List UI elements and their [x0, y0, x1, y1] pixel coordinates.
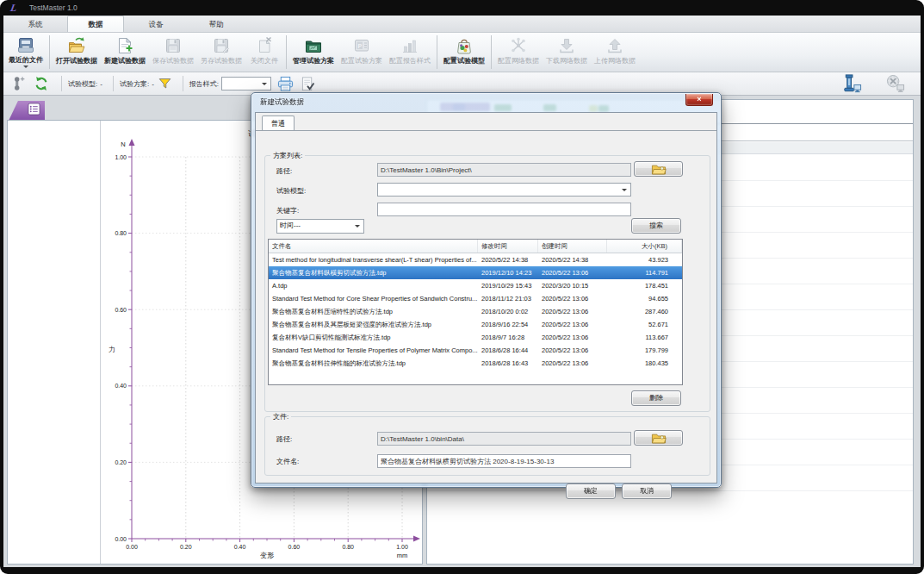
table-row[interactable]: 复合材料V缺口剪切性能测试标准方法.tdp2018/9/7 16:282020/… — [269, 331, 682, 344]
keyword-input[interactable] — [377, 203, 631, 216]
dialog-title[interactable]: 新建试验数据 — [260, 97, 304, 108]
new-data-button[interactable]: 新建试验数据 — [101, 34, 149, 71]
created-time-cell: 2020/5/22 13:06 — [538, 331, 607, 344]
offline-status-icon[interactable] — [884, 74, 907, 94]
created-time-cell: 2020/3/20 10:15 — [538, 279, 607, 292]
modified-time-cell: 2018/10/20 0:02 — [478, 305, 538, 318]
modified-time-cell: 2018/9/16 22:54 — [478, 318, 538, 331]
plan-file-table: 文件名修改时间创建时间大小(KB)Test method for longitu… — [268, 239, 683, 385]
table-column-header[interactable]: 文件名 — [269, 240, 478, 253]
app-window: L TestMaster 1.0 系统 数据 设备 帮助 最近的文件打开试验数据… — [0, 0, 924, 574]
menu-tab-help[interactable]: 帮助 — [188, 16, 245, 32]
configure-plan-icon: P — [352, 35, 371, 55]
app-logo-icon: L — [9, 2, 18, 15]
title-bar[interactable]: L TestMaster 1.0 — [3, 0, 921, 16]
svg-text:0.40: 0.40 — [234, 544, 246, 550]
recent-files-button[interactable]: 最近的文件 — [5, 34, 47, 71]
ribbon-button-label: 最近的文件 — [9, 55, 43, 65]
filter-funnel-icon[interactable] — [158, 78, 171, 90]
open-data-icon — [67, 35, 86, 55]
test-plan-value: - — [152, 80, 154, 88]
file-name-cell: 聚合物基复合材料压缩特性的试验方法.tdp — [269, 305, 478, 318]
close-file-icon — [255, 35, 274, 55]
time-filter-select[interactable]: 时间--- — [276, 219, 364, 234]
report-check-icon[interactable] — [300, 76, 316, 92]
svg-text:变形: 变形 — [260, 552, 274, 559]
dialog-tab-general[interactable]: 普通 — [262, 115, 295, 131]
modified-time-cell: 2018/11/12 21:03 — [478, 292, 538, 305]
toolbar-separator — [61, 76, 62, 91]
modified-time-cell: 2018/9/7 16:28 — [478, 331, 538, 344]
table-header-row: 文件名修改时间创建时间大小(KB) — [269, 240, 682, 253]
table-row[interactable]: 聚合物基复合材料纵横剪切试验方法.tdp2019/12/10 14:232020… — [269, 266, 682, 279]
table-column-header[interactable]: 修改时间 — [478, 240, 538, 253]
plan-path-browse-button[interactable] — [634, 161, 683, 177]
folder-browse-icon — [651, 434, 667, 441]
manage-plan-icon — [304, 35, 323, 55]
ribbon-button-label: 打开试验数据 — [56, 56, 97, 66]
machine-status-icon[interactable] — [840, 73, 864, 95]
plan-path-input[interactable] — [377, 163, 631, 177]
ribbon-separator — [491, 35, 492, 69]
menu-tab-system[interactable]: 系统 — [7, 16, 64, 32]
svg-text:1.00: 1.00 — [115, 154, 127, 160]
table-column-header[interactable]: 创建时间 — [538, 240, 607, 253]
table-row[interactable]: 聚合物基复合材料压缩特性的试验方法.tdp2018/10/20 0:022020… — [269, 305, 682, 318]
dialog-close-button[interactable]: × — [685, 94, 713, 106]
report-style-select[interactable] — [221, 77, 271, 90]
ribbon-button-label: 保存试验数据 — [152, 56, 194, 66]
manage-plan-button[interactable]: 管理试验方案 — [289, 34, 338, 71]
open-data-button[interactable]: 打开试验数据 — [53, 34, 101, 71]
table-row[interactable]: Standard Test Method for Tensile Propert… — [269, 344, 682, 357]
size-cell: 43.923 — [607, 253, 682, 266]
panel-divider[interactable] — [100, 121, 101, 564]
created-time-cell: 2020/5/22 13:06 — [538, 266, 607, 279]
save-data-button: 保存试验数据 — [149, 34, 197, 71]
search-button[interactable]: 搜索 — [631, 218, 681, 234]
plan-model-select[interactable] — [377, 183, 631, 197]
cancel-button[interactable]: 取消 — [622, 484, 672, 499]
table-row[interactable]: 聚合物基复合材料拉伸性能的标准试验方法.tdp2018/6/28 16:4320… — [269, 357, 682, 370]
file-name-cell: 复合材料V缺口剪切性能测试标准方法.tdp — [269, 331, 478, 344]
modified-time-cell: 2020/5/22 14:38 — [478, 253, 538, 266]
new-data-icon — [115, 35, 134, 55]
menu-tab-data[interactable]: 数据 — [67, 16, 124, 32]
toolbar-separator — [113, 76, 114, 91]
svg-text:0.00: 0.00 — [126, 544, 138, 550]
file-group: 文件: 路径: 文件名: — [264, 416, 710, 476]
plan-path-label: 路径: — [276, 166, 292, 176]
table-column-header[interactable]: 大小(KB) — [607, 240, 682, 253]
table-row[interactable]: 聚合物基复合材料及其层板短梁强度的标准试验方法.tdp2018/9/16 22:… — [269, 318, 682, 331]
toolbar-separator — [183, 76, 183, 91]
created-time-cell: 2020/5/22 13:06 — [538, 318, 607, 331]
folder-browse-icon — [651, 165, 667, 172]
network-icon — [509, 35, 528, 55]
table-row[interactable]: A.tdp2019/10/29 15:432020/3/20 10:15178.… — [269, 279, 682, 292]
ribbon-separator — [49, 35, 50, 69]
svg-text:mm: mm — [397, 552, 408, 559]
ribbon-button-label: 配置试验模型 — [443, 56, 485, 66]
size-cell: 180.435 — [607, 357, 682, 370]
table-row[interactable]: Test method for longitudinal transverse … — [269, 253, 682, 266]
table-row[interactable]: Standard Test Method for Core Shear Prop… — [269, 292, 682, 305]
svg-text:N: N — [121, 140, 125, 148]
file-name-input[interactable] — [377, 454, 631, 468]
printer-icon[interactable] — [276, 76, 295, 92]
delete-button[interactable]: 删除 — [631, 390, 681, 406]
ok-button[interactable]: 确定 — [566, 484, 616, 499]
file-name-cell: Test method for longitudinal transverse … — [269, 253, 478, 266]
test-model-value: - — [100, 80, 102, 88]
document-tab[interactable] — [9, 101, 45, 121]
file-name-cell: 聚合物基复合材料纵横剪切试验方法.tdp — [269, 266, 478, 279]
save-as-data-button: 另存试验数据 — [197, 34, 245, 71]
close-file-button: 关闭文件 — [245, 34, 283, 71]
menu-tab-device[interactable]: 设备 — [127, 16, 184, 32]
refresh-icon[interactable] — [33, 74, 50, 93]
ribbon-button-label: 关闭文件 — [251, 56, 278, 66]
file-path-browse-button[interactable] — [634, 430, 683, 446]
file-group-label: 文件: — [270, 412, 291, 421]
document-list-icon — [28, 103, 40, 119]
file-path-input[interactable] — [377, 432, 631, 446]
svg-text:0.00: 0.00 — [115, 536, 127, 542]
model-bag-button[interactable]: 配置试验模型 — [440, 34, 488, 71]
